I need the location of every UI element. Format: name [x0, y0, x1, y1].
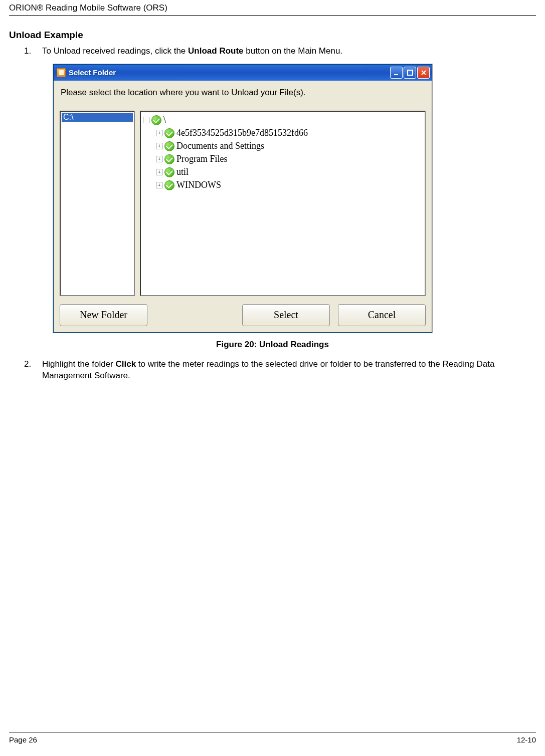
step-2-text: Highlight the folder Click to write the …: [42, 359, 536, 382]
drive-item-selected[interactable]: C:\: [62, 113, 133, 122]
folder-check-icon: [164, 180, 174, 190]
figure-screenshot: Select Folder Please select the location…: [53, 64, 536, 333]
folder-check-icon: [164, 128, 174, 138]
tree-root[interactable]: − \: [143, 114, 423, 127]
step-2: 2. Highlight the folder Click to write t…: [24, 359, 536, 382]
titlebar[interactable]: Select Folder: [54, 65, 432, 81]
tree-node-label: Program Files: [176, 154, 228, 164]
select-button[interactable]: Select: [242, 304, 330, 326]
tree-node-label: util: [176, 167, 189, 177]
tree-node[interactable]: + Program Files: [143, 153, 423, 166]
doc-header: ORION® Reading Mobile Software (ORS): [9, 0, 536, 16]
step-1-pre: To Unload received readings, click the: [42, 46, 188, 56]
expand-icon[interactable]: +: [156, 156, 162, 162]
footer-doc-code: 12-10: [517, 735, 536, 744]
expand-icon[interactable]: +: [156, 143, 162, 149]
expand-icon[interactable]: +: [156, 130, 162, 136]
step-1-text: To Unload received readings, click the U…: [42, 46, 342, 57]
select-folder-dialog: Select Folder Please select the location…: [53, 64, 432, 333]
close-button[interactable]: [417, 67, 430, 79]
section-title: Unload Example: [9, 30, 536, 41]
svg-rect-1: [408, 70, 413, 75]
collapse-icon[interactable]: −: [143, 117, 149, 123]
step-1-bold: Unload Route: [188, 46, 244, 56]
svg-rect-0: [394, 74, 398, 75]
new-folder-button[interactable]: New Folder: [60, 304, 147, 326]
expand-icon[interactable]: +: [156, 169, 162, 175]
figure-caption: Figure 20: Unload Readings: [9, 340, 536, 350]
minimize-button[interactable]: [390, 67, 403, 79]
drive-listbox[interactable]: C:\: [60, 111, 135, 296]
folder-tree[interactable]: − \ + 4e5f3534525d315b9e7d851532fd66 +: [140, 111, 426, 296]
page-footer: Page 26 12-10: [9, 732, 536, 744]
tree-node[interactable]: + WINDOWS: [143, 179, 423, 192]
step-1-post: button on the Main Menu.: [244, 46, 343, 56]
tree-root-label: \: [163, 115, 166, 125]
step-2-number: 2.: [24, 359, 33, 382]
tree-node-label: 4e5f3534525d315b9e7d851532fd66: [176, 128, 308, 138]
folder-check-icon: [164, 141, 174, 151]
step-1: 1. To Unload received readings, click th…: [24, 46, 536, 57]
tree-node[interactable]: + 4e5f3534525d315b9e7d851532fd66: [143, 127, 423, 140]
step-1-number: 1.: [24, 46, 33, 57]
maximize-button[interactable]: [404, 67, 416, 79]
footer-page-number: Page 26: [9, 735, 37, 744]
step-2-bold: Click: [115, 359, 136, 369]
tree-node[interactable]: + util: [143, 166, 423, 179]
window-icon: [57, 68, 66, 77]
step-2-pre: Highlight the folder: [42, 359, 115, 369]
tree-node-label: WINDOWS: [176, 180, 221, 190]
cancel-button[interactable]: Cancel: [338, 304, 426, 326]
folder-check-icon: [164, 167, 174, 177]
dialog-prompt: Please select the location where you wan…: [61, 88, 426, 98]
tree-node[interactable]: + Documents and Settings: [143, 140, 423, 153]
folder-check-icon: [151, 115, 161, 125]
tree-node-label: Documents and Settings: [176, 141, 264, 151]
window-title: Select Folder: [69, 68, 390, 77]
folder-check-icon: [164, 154, 174, 164]
expand-icon[interactable]: +: [156, 182, 162, 188]
